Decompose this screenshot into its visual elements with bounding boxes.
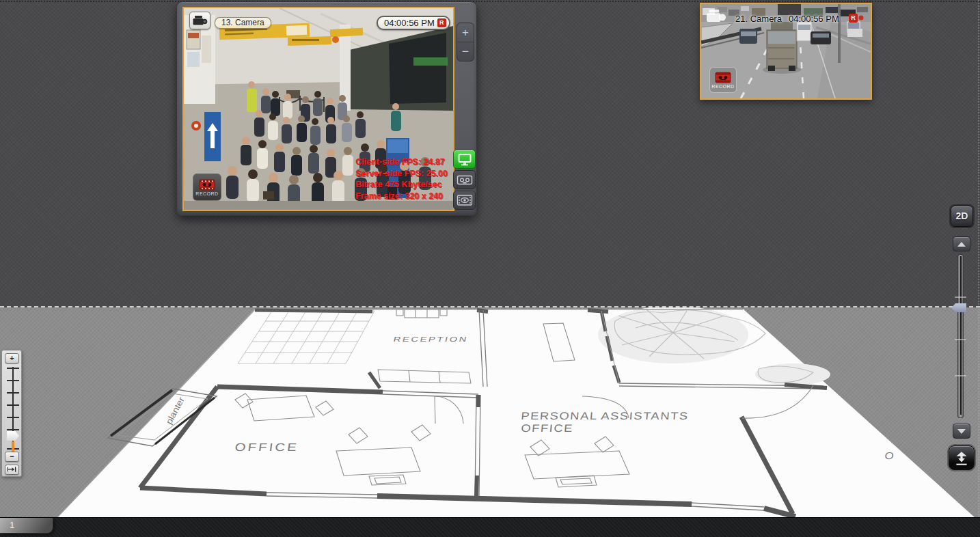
film-strip-icon bbox=[457, 174, 473, 186]
stat-server-fps: Server-side FPS: 25.00 bbox=[355, 168, 448, 180]
record-label: RECORD bbox=[711, 84, 734, 89]
zoom-tick bbox=[7, 392, 19, 394]
map-zoom-slider-thumb[interactable] bbox=[7, 431, 19, 441]
analytics-view-button[interactable] bbox=[453, 191, 476, 210]
map-zoom-panel: + − bbox=[1, 350, 22, 477]
camera-zoom-out-button[interactable]: − bbox=[457, 42, 474, 61]
camera-window-21[interactable]: 21. Camera 04:00:56 PM R RECORD bbox=[700, 3, 872, 100]
camcorder-icon bbox=[705, 8, 726, 25]
slider-tick bbox=[955, 297, 966, 298]
record-film-icon bbox=[715, 72, 731, 83]
layout-tab-1[interactable]: 1 bbox=[0, 518, 53, 534]
fit-extent-icon bbox=[7, 466, 17, 473]
camera-window-13[interactable]: 13. Camera 04:00:56 PM R RECORD bbox=[176, 1, 477, 216]
stat-bitrate: Bitrate 475 Kbyte/sec bbox=[355, 179, 448, 191]
map-zoom-fit-button[interactable] bbox=[5, 465, 19, 475]
plan-label-reception: RECEPTION bbox=[392, 335, 469, 343]
camera-zoom-in-button[interactable]: + bbox=[457, 23, 474, 42]
slider-tick bbox=[955, 339, 966, 340]
camera-21-label: 21. Camera bbox=[735, 14, 782, 24]
record-indicator: RECORD bbox=[709, 67, 737, 93]
camcorder-glyph bbox=[705, 8, 726, 25]
camcorder-glyph bbox=[192, 15, 208, 27]
camera-13-timestamp: 04:00:56 PM R bbox=[377, 16, 450, 30]
plan-label-office: OFFICE bbox=[234, 441, 300, 453]
zoom-tick bbox=[7, 417, 19, 418]
camera-21-timestamp: 04:00:56 PM bbox=[789, 14, 839, 24]
plan-label-pa-line2: OFFICE bbox=[521, 422, 574, 434]
timestamp-text: 04:00:56 PM bbox=[384, 18, 435, 28]
plan-label-partial-room: O bbox=[884, 450, 895, 461]
record-flag-badge: R bbox=[437, 18, 446, 27]
camera-13-label: 13. Camera bbox=[215, 17, 271, 29]
slider-tick bbox=[955, 375, 966, 376]
monitor-icon bbox=[457, 153, 472, 166]
stat-frame-size: Frame size: 320 x 240 bbox=[355, 191, 448, 202]
archive-view-button[interactable] bbox=[453, 170, 476, 189]
camera-view-mode-buttons bbox=[453, 150, 476, 210]
map-tilt-slider-track[interactable] bbox=[957, 254, 964, 418]
zoom-tick bbox=[7, 404, 19, 406]
camera-13-video[interactable]: 13. Camera 04:00:56 PM R RECORD bbox=[182, 7, 454, 211]
layout-tab-bar: 1 bbox=[0, 517, 980, 537]
map-split-divider bbox=[0, 306, 980, 307]
record-label: RECORD bbox=[195, 191, 218, 196]
floor-plan-3d-view[interactable]: planter RECEPTION OFFICE PERSONAL ASSIST… bbox=[0, 307, 980, 537]
map-zoom-out-button[interactable]: − bbox=[5, 452, 19, 462]
map-zoom-in-button[interactable]: + bbox=[5, 353, 19, 363]
map-scroll-down-button[interactable] bbox=[953, 424, 970, 439]
zoom-tick bbox=[7, 368, 19, 369]
map-scroll-up-button[interactable] bbox=[953, 236, 970, 251]
map-2d-mode-button[interactable]: 2D bbox=[951, 206, 973, 227]
surveillance-workspace: planter RECEPTION OFFICE PERSONAL ASSIST… bbox=[0, 0, 980, 537]
stat-client-fps: Client-side FPS: 24.87 bbox=[355, 156, 448, 168]
minimize-map-button[interactable] bbox=[949, 445, 975, 470]
stream-stats-overlay: Client-side FPS: 24.87 Server-side FPS: … bbox=[355, 156, 448, 202]
camcorder-icon bbox=[189, 12, 210, 29]
live-view-button[interactable] bbox=[453, 150, 476, 169]
eye-icon bbox=[457, 194, 473, 206]
record-indicator: RECORD bbox=[193, 174, 221, 201]
record-flag-badge: R bbox=[849, 14, 858, 23]
collapse-down-icon bbox=[953, 449, 970, 467]
record-film-icon bbox=[199, 179, 215, 191]
arrow-down-icon bbox=[957, 429, 966, 434]
camera-zoom-control: + − bbox=[457, 23, 474, 61]
plan-label-pa-line1: PERSONAL ASSISTANTS bbox=[521, 410, 690, 422]
zoom-tick bbox=[7, 429, 19, 430]
arrow-up-icon bbox=[957, 242, 966, 247]
zoom-tick bbox=[7, 380, 19, 381]
workspace-dotted-border-top bbox=[0, 1, 980, 2]
